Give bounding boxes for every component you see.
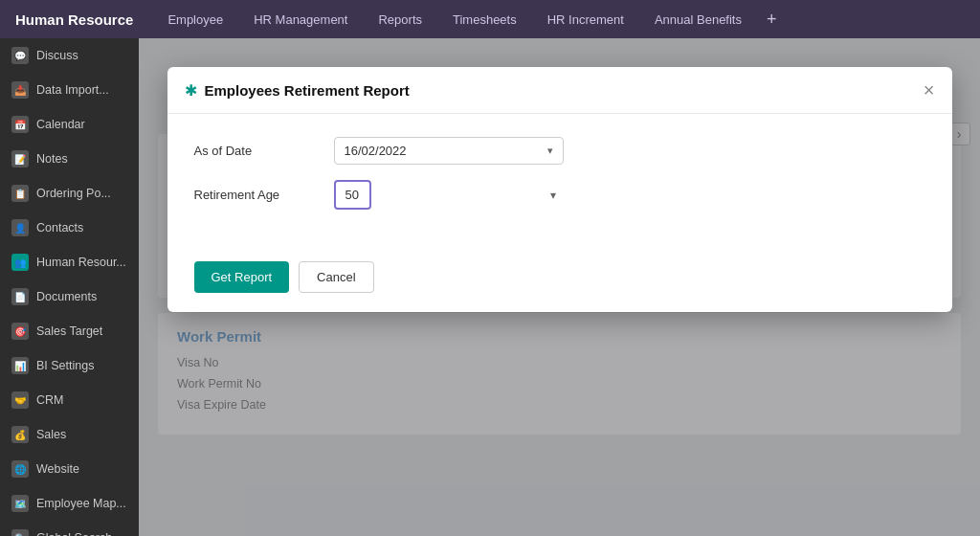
sidebar-label-bi-settings: BI Settings (36, 359, 94, 372)
sidebar-item-discuss[interactable]: 💬 Discuss (0, 38, 139, 73)
employee-map-icon: 🗺️ (11, 495, 29, 512)
sidebar-label-documents: Documents (36, 290, 97, 303)
main-content: 1 / 1 ‹ › Status Gender Male Marital Sta… (139, 38, 980, 536)
website-icon: 🌐 (11, 460, 29, 478)
main-layout: 💬 Discuss 📥 Data Import... 📅 Calendar 📝 … (0, 38, 980, 536)
sidebar-item-notes[interactable]: 📝 Notes (0, 142, 139, 176)
sidebar-label-calendar: Calendar (36, 118, 85, 131)
sidebar-label-website: Website (36, 462, 79, 476)
ordering-icon: 📋 (11, 185, 29, 202)
as-of-date-label: As of Date (194, 144, 319, 158)
sidebar-label-sales-target: Sales Target (36, 324, 102, 338)
sidebar-item-data-import[interactable]: 📥 Data Import... (0, 73, 139, 107)
sidebar-item-website[interactable]: 🌐 Website (0, 452, 139, 486)
sidebar-item-crm[interactable]: 🤝 CRM (0, 383, 139, 417)
add-nav-icon[interactable]: + (767, 10, 777, 30)
nav-timesheets[interactable]: Timesheets (447, 9, 523, 31)
sidebar-label-notes: Notes (36, 152, 68, 166)
global-search-icon: 🔍 (11, 529, 29, 536)
retirement-age-select-wrapper: 50 55 60 65 (334, 180, 564, 210)
sidebar-label-human-resource: Human Resour... (36, 256, 126, 269)
modal-body: As of Date 16/02/2022 ▾ Retirement Age 5… (167, 114, 952, 248)
sidebar-item-global-search[interactable]: 🔍 Global Search (0, 521, 139, 536)
sidebar-label-crm: CRM (36, 393, 63, 407)
nav-hr-increment[interactable]: HR Increment (542, 9, 630, 31)
sidebar-item-employee-map[interactable]: 🗺️ Employee Map... (0, 486, 139, 521)
sidebar-label-global-search: Global Search (36, 531, 112, 536)
sidebar-label-ordering: Ordering Po... (36, 187, 111, 200)
bi-settings-icon: 📊 (11, 357, 29, 374)
sidebar-label-employee-map: Employee Map... (36, 497, 126, 510)
top-navigation: Human Resource Employee HR Management Re… (0, 0, 980, 38)
nav-hr-management[interactable]: HR Management (248, 9, 353, 31)
get-report-button[interactable]: Get Report (194, 261, 290, 293)
date-arrow-icon: ▾ (547, 145, 553, 157)
sidebar-item-human-resource[interactable]: 👥 Human Resour... (0, 245, 139, 279)
nav-reports[interactable]: Reports (372, 9, 428, 31)
sidebar-label-discuss: Discuss (36, 49, 78, 62)
sidebar-item-sales-target[interactable]: 🎯 Sales Target (0, 314, 139, 348)
documents-icon: 📄 (11, 288, 29, 305)
as-of-date-input[interactable]: 16/02/2022 ▾ (334, 137, 564, 165)
modal-footer: Get Report Cancel (167, 248, 952, 312)
retirement-report-modal: ✱ Employees Retirement Report × As of Da… (167, 67, 952, 312)
cancel-button[interactable]: Cancel (299, 261, 373, 293)
retirement-age-select[interactable]: 50 55 60 65 (334, 180, 371, 210)
crm-icon: 🤝 (11, 391, 29, 409)
sidebar: 💬 Discuss 📥 Data Import... 📅 Calendar 📝 … (0, 38, 139, 536)
sidebar-label-data-import: Data Import... (36, 83, 109, 97)
modal-title-row: ✱ Employees Retirement Report (185, 81, 410, 100)
retirement-age-row: Retirement Age 50 55 60 65 (194, 180, 925, 210)
human-resource-icon: 👥 (11, 254, 29, 271)
modal-star-icon: ✱ (185, 81, 197, 100)
modal-header: ✱ Employees Retirement Report × (167, 67, 952, 114)
sales-icon: 💰 (11, 426, 29, 443)
as-of-date-row: As of Date 16/02/2022 ▾ (194, 137, 925, 165)
sidebar-item-sales[interactable]: 💰 Sales (0, 417, 139, 452)
app-title: Human Resource (15, 11, 133, 28)
data-import-icon: 📥 (11, 81, 29, 99)
sidebar-item-ordering[interactable]: 📋 Ordering Po... (0, 176, 139, 211)
sidebar-item-bi-settings[interactable]: 📊 BI Settings (0, 348, 139, 383)
discuss-icon: 💬 (11, 47, 29, 64)
modal-overlay: ✱ Employees Retirement Report × As of Da… (139, 38, 980, 536)
sidebar-label-contacts: Contacts (36, 221, 83, 234)
modal-close-button[interactable]: × (924, 80, 935, 100)
modal-title: Employees Retirement Report (205, 82, 410, 99)
calendar-icon: 📅 (11, 116, 29, 133)
contacts-icon: 👤 (11, 219, 29, 236)
sales-target-icon: 🎯 (11, 323, 29, 340)
sidebar-item-calendar[interactable]: 📅 Calendar (0, 107, 139, 142)
nav-employee[interactable]: Employee (162, 9, 229, 31)
sidebar-label-sales: Sales (36, 428, 66, 441)
as-of-date-value: 16/02/2022 (345, 144, 407, 158)
sidebar-item-documents[interactable]: 📄 Documents (0, 279, 139, 314)
sidebar-item-contacts[interactable]: 👤 Contacts (0, 211, 139, 245)
retirement-age-label: Retirement Age (194, 188, 319, 202)
notes-icon: 📝 (11, 150, 29, 168)
nav-annual-benefits[interactable]: Annual Benefits (649, 9, 747, 31)
